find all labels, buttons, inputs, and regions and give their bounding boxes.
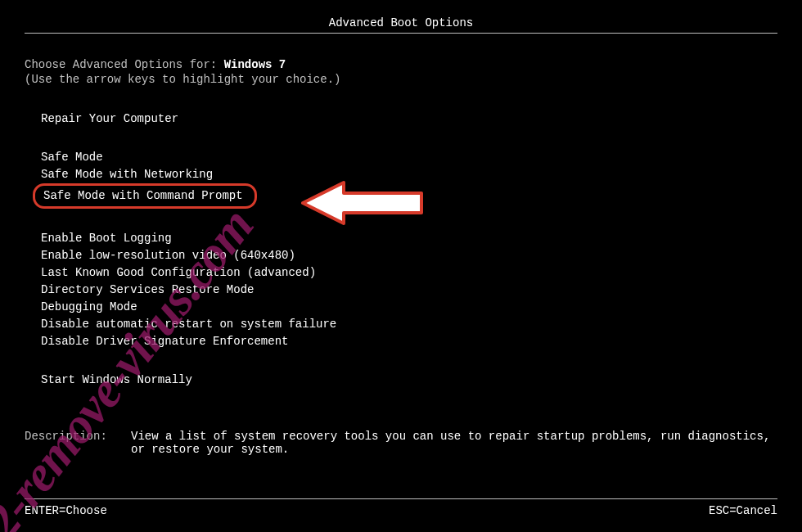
- os-name: Windows 7: [224, 58, 286, 71]
- description-block: Description: View a list of system recov…: [25, 430, 777, 456]
- footer-enter: ENTER=Choose: [25, 504, 107, 517]
- menu-group-advanced: Enable Boot Logging Enable low-resolutio…: [41, 230, 777, 350]
- menu-item-boot-logging[interactable]: Enable Boot Logging: [41, 230, 172, 247]
- menu-group-normal: Start Windows Normally: [41, 372, 777, 389]
- menu-item-low-res[interactable]: Enable low-resolution video (640x480): [41, 247, 295, 264]
- menu-item-ds-restore[interactable]: Directory Services Restore Mode: [41, 282, 254, 299]
- page-title: Advanced Boot Options: [329, 16, 473, 29]
- hint-text: (Use the arrow keys to highlight your ch…: [25, 73, 777, 86]
- menu-item-disable-auto-restart[interactable]: Disable automatic restart on system fail…: [41, 316, 336, 333]
- boot-menu: Repair Your Computer Safe Mode Safe Mode…: [41, 110, 777, 389]
- title-bar: Advanced Boot Options: [25, 16, 777, 34]
- menu-group-repair: Repair Your Computer: [41, 110, 777, 128]
- description-text: View a list of system recovery tools you…: [131, 430, 777, 456]
- menu-item-safe-mode[interactable]: Safe Mode: [41, 149, 103, 166]
- prompt-line: Choose Advanced Options for: Windows 7: [25, 58, 777, 71]
- menu-item-safe-mode-networking[interactable]: Safe Mode with Networking: [41, 166, 213, 183]
- footer-esc: ESC=Cancel: [709, 504, 777, 517]
- menu-item-disable-driver-sig[interactable]: Disable Driver Signature Enforcement: [41, 333, 288, 350]
- menu-item-last-known-good[interactable]: Last Known Good Configuration (advanced): [41, 264, 316, 282]
- menu-item-debugging[interactable]: Debugging Mode: [41, 299, 137, 316]
- menu-item-start-normally[interactable]: Start Windows Normally: [41, 372, 192, 389]
- description-label: Description:: [25, 430, 131, 456]
- menu-item-safe-mode-cmd[interactable]: Safe Mode with Command Prompt: [33, 183, 257, 209]
- prompt-prefix: Choose Advanced Options for:: [25, 58, 224, 71]
- menu-group-safemode: Safe Mode Safe Mode with Networking Safe…: [41, 149, 777, 209]
- footer-bar: ENTER=Choose ESC=Cancel: [25, 498, 777, 517]
- menu-item-repair[interactable]: Repair Your Computer: [41, 110, 178, 128]
